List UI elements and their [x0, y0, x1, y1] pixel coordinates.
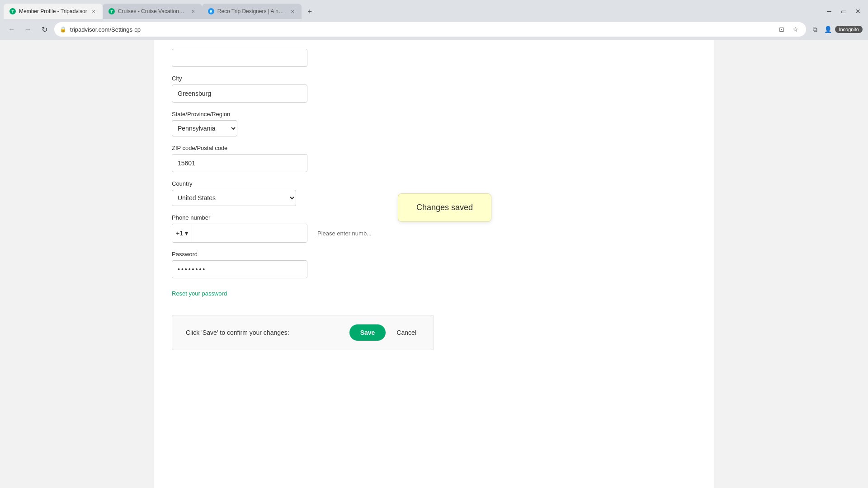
state-field-group: State/Province/Region Pennsylvania: [172, 111, 407, 136]
browser-action-icons: ⧉ 👤 Incognito: [810, 24, 863, 35]
tab-reco[interactable]: R Reco Trip Designers | A new kin... ✕: [202, 4, 302, 19]
reload-button[interactable]: ↻: [38, 23, 51, 36]
cancel-button[interactable]: Cancel: [393, 324, 420, 341]
state-label: State/Province/Region: [172, 111, 407, 117]
tab-bar: T Member Profile - Tripadvisor ✕ T Cruis…: [0, 0, 868, 19]
address-bar-row: ← → ↻ 🔒 tripadvisor.com/Settings-cp ⊡ ☆ …: [0, 19, 868, 40]
phone-label: Phone number: [172, 214, 407, 221]
city-field-group: City: [172, 75, 407, 103]
tab-favicon-2: T: [108, 8, 115, 15]
country-field-group: Country United States: [172, 180, 407, 206]
extensions-icon[interactable]: ⧉: [810, 24, 821, 35]
tab3-title: Reco Trip Designers | A new kin...: [217, 8, 286, 14]
save-button[interactable]: Save: [349, 324, 386, 341]
password-field-group: Password: [172, 251, 407, 278]
cast-icon[interactable]: ⊡: [776, 24, 787, 35]
bookmark-icon[interactable]: ☆: [790, 24, 801, 35]
tab1-title: Member Profile - Tripadvisor: [19, 8, 87, 14]
zip-field-group: ZIP code/Postal code: [172, 145, 407, 172]
zip-label: ZIP code/Postal code: [172, 145, 407, 151]
tab3-close[interactable]: ✕: [289, 8, 296, 15]
tab-cruises[interactable]: T Cruises - Cruise Vacations: 2023 ✕: [103, 4, 202, 19]
profile-icon[interactable]: 👤: [822, 24, 833, 35]
save-bar-prompt: Click 'Save' to confirm your changes:: [186, 329, 342, 336]
phone-code-dropdown-icon: ▾: [185, 230, 188, 237]
svg-text:T: T: [12, 9, 14, 14]
state-select[interactable]: Pennsylvania: [172, 120, 237, 136]
close-browser-button[interactable]: ✕: [852, 5, 864, 18]
lock-icon: 🔒: [60, 26, 66, 33]
back-button[interactable]: ←: [5, 23, 18, 36]
password-label: Password: [172, 251, 407, 258]
forward-button[interactable]: →: [22, 23, 34, 36]
phone-code-text: +1: [176, 230, 183, 237]
tab-favicon-1: T: [9, 8, 16, 15]
phone-number-input[interactable]: [192, 224, 307, 242]
tab-overflow: ─ ▭ ✕: [823, 5, 864, 18]
tab1-close[interactable]: ✕: [90, 8, 97, 15]
save-bar: Click 'Save' to confirm your changes: Sa…: [172, 315, 434, 350]
phone-field-group: Phone number +1 ▾ Please enter numb...: [172, 214, 407, 243]
browser-chrome: T Member Profile - Tripadvisor ✕ T Cruis…: [0, 0, 868, 40]
address-bar[interactable]: 🔒 tripadvisor.com/Settings-cp ⊡ ☆: [54, 22, 806, 37]
phone-country-code-select[interactable]: +1 ▾: [172, 224, 192, 242]
restore-button[interactable]: ▭: [837, 5, 850, 18]
tab-member-profile[interactable]: T Member Profile - Tripadvisor ✕: [4, 4, 103, 19]
zip-input[interactable]: [172, 154, 307, 172]
new-tab-button[interactable]: ＋: [303, 5, 316, 18]
svg-text:T: T: [110, 9, 113, 14]
form-section: City State/Province/Region Pennsylvania …: [172, 75, 407, 297]
country-select[interactable]: United States: [172, 190, 296, 206]
incognito-badge: Incognito: [835, 26, 863, 33]
tab-favicon-3: R: [208, 8, 215, 15]
changes-saved-toast: Changes saved: [398, 193, 491, 222]
tab2-title: Cruises - Cruise Vacations: 2023: [118, 8, 187, 14]
country-label: Country: [172, 180, 407, 187]
reset-password-link[interactable]: Reset your password: [172, 290, 227, 297]
phone-input-wrapper: +1 ▾: [172, 224, 307, 243]
city-input[interactable]: [172, 84, 307, 103]
svg-text:R: R: [210, 9, 212, 14]
phone-row: +1 ▾ Please enter numb...: [172, 224, 407, 243]
address-icons: ⊡ ☆: [776, 24, 801, 35]
tab2-close[interactable]: ✕: [189, 8, 197, 15]
page-content: City State/Province/Region Pennsylvania …: [154, 40, 714, 488]
changes-saved-text: Changes saved: [416, 203, 473, 212]
city-label: City: [172, 75, 407, 82]
phone-hint: Please enter numb...: [317, 230, 372, 237]
password-input[interactable]: [172, 260, 307, 278]
partial-input[interactable]: [172, 49, 307, 67]
minimize-button[interactable]: ─: [823, 5, 835, 18]
address-text: tripadvisor.com/Settings-cp: [70, 26, 773, 33]
